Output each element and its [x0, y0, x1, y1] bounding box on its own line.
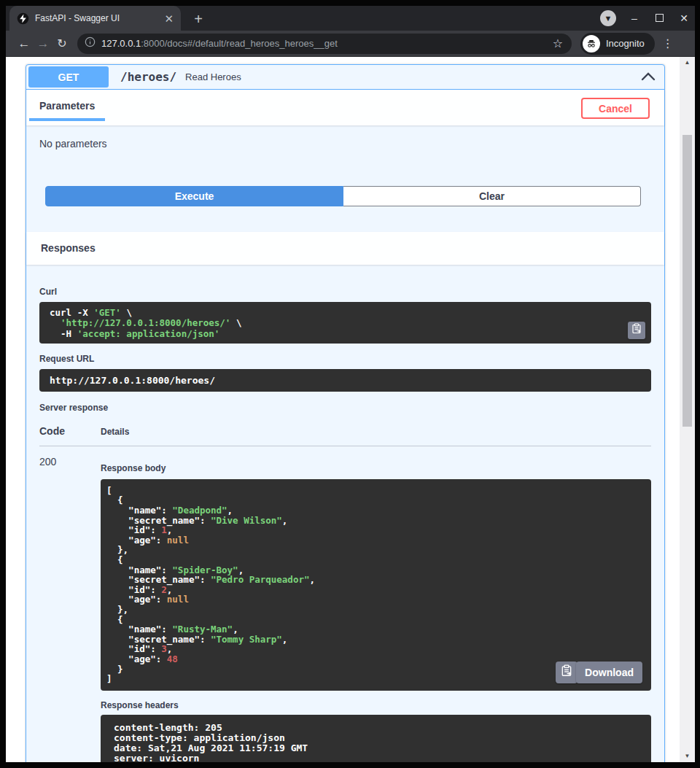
- tab-close-icon[interactable]: ✕: [164, 13, 174, 24]
- new-tab-button[interactable]: +: [190, 10, 207, 28]
- window-controls: ▼ – ✕: [600, 6, 691, 31]
- fastapi-logo-icon: [17, 12, 29, 25]
- execute-button-group: Execute Clear: [45, 186, 641, 206]
- browser-window: FastAPI - Swagger UI ✕ + ▼ – ✕ ← → ↻ 127…: [0, 0, 700, 768]
- copy-response-button[interactable]: [556, 662, 578, 683]
- site-info-icon[interactable]: [85, 36, 96, 50]
- browser-chrome: FastAPI - Swagger UI ✕ + ▼ – ✕ ← → ↻ 127…: [6, 0, 695, 57]
- maximize-button[interactable]: [653, 12, 666, 24]
- url-bar[interactable]: 127.0.0.1:8000/docs#/default/read_heroes…: [77, 34, 572, 54]
- page-scrollbar[interactable]: ▲ ▼: [680, 57, 695, 762]
- execute-button[interactable]: Execute: [45, 186, 343, 206]
- download-button[interactable]: Download: [576, 662, 642, 683]
- close-icon: ✕: [680, 12, 688, 24]
- server-response-label: Server response: [39, 403, 651, 413]
- plus-icon: +: [194, 11, 203, 28]
- incognito-badge: Incognito: [580, 33, 655, 55]
- scroll-up-button[interactable]: ▲: [680, 58, 695, 68]
- responses-title: Responses: [41, 242, 96, 254]
- response-details: Response body [ { "name": "Deadpond", "s…: [101, 456, 651, 762]
- triangle-up-icon: ▲: [685, 59, 691, 66]
- response-table-header: Code Details: [39, 418, 651, 446]
- tab-strip: FastAPI - Swagger UI ✕ + ▼ – ✕: [6, 6, 695, 31]
- parameters-header: Parameters Cancel: [26, 90, 664, 125]
- responses-header: Responses: [26, 232, 664, 265]
- response-headers-label: Response headers: [101, 700, 651, 710]
- star-icon: ☆: [553, 37, 563, 50]
- minimize-button[interactable]: –: [628, 12, 641, 24]
- profile-chevron-button[interactable]: ▼: [600, 10, 616, 26]
- url-text: 127.0.0.1:8000/docs#/default/read_heroes…: [101, 38, 547, 49]
- url-host: 127.0.0.1: [101, 38, 141, 49]
- minimize-icon: –: [631, 12, 637, 24]
- scroll-down-button[interactable]: ▼: [680, 751, 695, 761]
- browser-toolbar: ← → ↻ 127.0.0.1:8000/docs#/default/read_…: [6, 31, 695, 57]
- bookmark-star-button[interactable]: ☆: [553, 36, 563, 50]
- cancel-button[interactable]: Cancel: [581, 98, 650, 119]
- scrollbar-thumb[interactable]: [682, 135, 692, 427]
- curl-label: Curl: [39, 287, 651, 297]
- response-body-label: Response body: [101, 463, 651, 473]
- curl-command: curl -X 'GET' \ 'http://127.0.0.1:8000/h…: [39, 302, 651, 344]
- no-parameters-text: No parameters: [39, 138, 650, 150]
- copy-curl-button[interactable]: [628, 322, 645, 339]
- status-code: 200: [39, 456, 101, 762]
- request-url-block: http://127.0.0.1:8000/heroes/: [39, 369, 651, 392]
- tab-title: FastAPI - Swagger UI: [35, 13, 158, 23]
- request-url-label: Request URL: [39, 354, 651, 364]
- response-row: 200 Response body [ { "name": "Deadpond"…: [39, 446, 651, 762]
- request-url-value: http://127.0.0.1:8000/heroes/: [39, 369, 651, 392]
- reload-button[interactable]: ↻: [52, 36, 71, 50]
- endpoint-path: /heroes/: [120, 70, 176, 84]
- url-path: :8000/docs#/default/read_heroes_heroes__…: [141, 38, 338, 49]
- chevron-down-icon: ▼: [604, 14, 612, 23]
- forward-arrow-icon: →: [37, 36, 50, 50]
- curl-block: curl -X 'GET' \ 'http://127.0.0.1:8000/h…: [39, 302, 651, 344]
- browser-menu-button[interactable]: ⋮: [662, 36, 674, 50]
- close-window-button[interactable]: ✕: [677, 12, 691, 24]
- code-column-header: Code: [39, 425, 101, 437]
- details-column-header: Details: [101, 427, 129, 437]
- chevron-up-icon: [641, 71, 656, 84]
- reload-icon: ↻: [57, 37, 66, 50]
- collapse-button[interactable]: [641, 71, 656, 84]
- maximize-icon: [656, 14, 664, 22]
- back-button[interactable]: ←: [15, 36, 34, 51]
- response-body-block: [ { "name": "Deadpond", "secret_name": "…: [101, 479, 651, 691]
- swagger-page: GET /heroes/ Read Heroes Parameters Canc…: [6, 57, 680, 762]
- opblock-summary[interactable]: GET /heroes/ Read Heroes: [26, 65, 664, 90]
- response-headers-block: content-length: 205 content-type: applic…: [101, 715, 651, 762]
- parameters-body: No parameters Execute Clear: [26, 125, 664, 232]
- forward-button[interactable]: →: [34, 36, 52, 51]
- clipboard-icon: [561, 664, 572, 680]
- browser-tab[interactable]: FastAPI - Swagger UI ✕: [9, 6, 181, 31]
- opblock-get-heroes: GET /heroes/ Read Heroes Parameters Canc…: [26, 64, 665, 762]
- responses-body: Curl curl -X 'GET' \ 'http://127.0.0.1:8…: [26, 265, 664, 762]
- tab-parameters[interactable]: Parameters: [29, 97, 105, 121]
- endpoint-summary: Read Heroes: [185, 71, 241, 82]
- incognito-icon: [583, 35, 600, 53]
- method-badge: GET: [28, 66, 109, 88]
- back-arrow-icon: ←: [18, 36, 31, 50]
- triangle-down-icon: ▼: [685, 753, 691, 759]
- clipboard-icon: [631, 323, 642, 337]
- response-body-code: [ { "name": "Deadpond", "secret_name": "…: [101, 479, 651, 691]
- response-headers-code: content-length: 205 content-type: applic…: [101, 715, 651, 762]
- kebab-menu-icon: ⋮: [662, 37, 674, 50]
- clear-button[interactable]: Clear: [343, 186, 641, 206]
- incognito-label: Incognito: [606, 38, 645, 49]
